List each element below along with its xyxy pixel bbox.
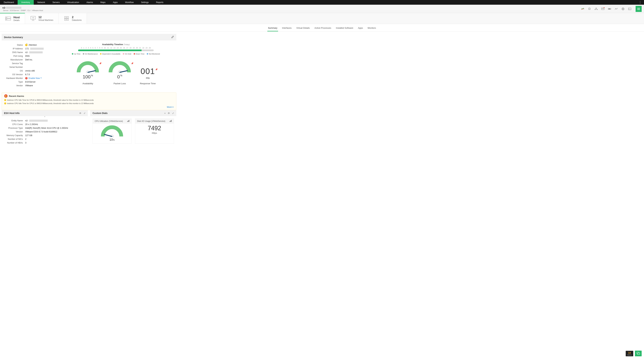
svg-text:HDD: HDD — [65, 19, 68, 20]
breadcrumb-bar: n2- ServerESXServerSNMPCLIVMware-Host — [0, 5, 644, 13]
refresh-icon[interactable]: ⟳ — [80, 112, 81, 114]
timeline-bar — [78, 49, 154, 51]
host-tab-datastores[interactable]: SSDHDD 2 Datastores — [58, 13, 87, 24]
summary-row: VendorVMware — [2, 84, 50, 87]
scroll-up-icon[interactable]: ▲ — [44, 116, 46, 117]
nav-item-reports[interactable]: Reports — [152, 0, 167, 5]
svg-rect-1 — [595, 9, 596, 10]
link-icon[interactable] — [608, 7, 612, 11]
sub-tab-installed-software[interactable]: Installed Software — [335, 26, 354, 31]
esx-row: VersionVMware ESXi 6.7.0 build-8169922 — [2, 130, 88, 134]
error-icon — [25, 77, 28, 79]
vm-icon: VM — [30, 16, 36, 21]
nav-item-dashboard[interactable]: Dashboard — [0, 0, 18, 5]
timeline-hours: 0123456789101112131415161718192021222324 — [81, 47, 151, 49]
disk-dial-card: Disk I/O Usage (VIWebService) 7492 KBps — [135, 118, 174, 144]
esx-row: Memory Capacity127 GB — [2, 134, 88, 137]
topology-icon[interactable] — [594, 7, 598, 11]
hour-tick: 7 — [97, 47, 98, 49]
attention-icon — [25, 44, 28, 46]
nav-item-servers[interactable]: Servers — [49, 0, 63, 5]
nav-item-apps[interactable]: Apps — [109, 0, 122, 5]
hour-tick: 12 — [110, 47, 112, 49]
hour-tick: 0 — [81, 47, 82, 49]
sub-tab-apps[interactable]: Apps — [357, 26, 364, 31]
legend-item: On Maintenance — [83, 53, 98, 55]
more-link[interactable]: More>> — [167, 106, 174, 108]
hamburger-button[interactable] — [636, 6, 642, 12]
summary-row: Poll UsingDNS — [2, 54, 50, 58]
more-menu-icon[interactable]: ⋮ — [636, 0, 644, 4]
timeline-legend: Up TimeOn MaintenanceDependent Unavailab… — [72, 53, 160, 55]
svg-rect-2 — [597, 9, 598, 10]
panel-title: Recent Alarms — [9, 95, 24, 97]
trend-icon[interactable] — [614, 7, 618, 11]
nav-item-alarms[interactable]: Alarms — [83, 0, 97, 5]
summary-row: OSvmnix-x86 — [2, 69, 50, 73]
svg-point-12 — [7, 17, 7, 18]
svg-point-13 — [6, 19, 6, 20]
alarm-row: testmon CPU Idle Time for CPU1 is 99819 … — [4, 102, 174, 104]
svg-point-11 — [6, 17, 6, 18]
hour-tick: 23 — [146, 47, 148, 49]
globe-icon[interactable] — [621, 7, 625, 11]
edit-icon[interactable] — [171, 35, 174, 39]
expand-icon[interactable]: ⤢ — [84, 112, 86, 114]
top-nav: DashboardInventoryNetworkServersVirtuali… — [0, 0, 644, 5]
rack-icon — [5, 16, 11, 21]
pin-icon[interactable]: 📌 — [131, 62, 134, 65]
device-tag: SNMP — [20, 9, 27, 11]
panel-title: ESX Host Info — [4, 112, 20, 114]
mail-icon[interactable] — [601, 7, 605, 11]
hour-tick: 21 — [139, 47, 141, 49]
esx-row: Number of NICs2 — [2, 137, 88, 141]
bar-chart-icon[interactable] — [127, 120, 130, 122]
hour-tick: 24 — [149, 47, 151, 49]
summary-row: IP Address172. — [2, 47, 50, 50]
hour-tick: 16 — [123, 47, 125, 49]
hour-tick: 22 — [142, 47, 144, 49]
sub-tab-active-processes[interactable]: Active Processes — [314, 26, 332, 31]
hour-tick: 13 — [114, 47, 115, 49]
device-summary-panel: Device Summary ▲ StatusAttentionIP Addre… — [2, 34, 176, 90]
ssd-icon: SSDHDD — [64, 16, 70, 21]
panel-title: Device Summary — [4, 36, 23, 39]
enable-link[interactable]: Enable Now ? — [28, 77, 42, 79]
hour-tick: 15 — [120, 47, 122, 49]
esx-row: Entity Namen2- — [2, 119, 88, 122]
bar-chart-icon[interactable] — [170, 120, 172, 122]
hour-tick: 3 — [88, 47, 89, 49]
sub-tab-monitors[interactable]: Monitors — [367, 26, 377, 31]
terminal-icon[interactable] — [628, 7, 632, 11]
hour-tick: 14 — [117, 47, 118, 49]
refresh-icon[interactable]: ⟳ — [168, 112, 170, 114]
summary-row: ManufacturerDell Inc. — [2, 58, 50, 62]
hour-tick: 18 — [130, 47, 131, 49]
pin-icon[interactable]: 📌 — [99, 62, 102, 65]
nav-item-network[interactable]: Network — [34, 0, 49, 5]
nav-item-settings[interactable]: Settings — [137, 0, 152, 5]
host-tab-virtual-machines[interactable]: VM 12 Virtual Machines — [25, 13, 58, 24]
host-tab-details[interactable]: Host Details — [0, 13, 25, 24]
sub-tab-interfaces[interactable]: Interfaces — [282, 26, 292, 31]
dial-title: Disk I/O Usage (VIWebService) — [137, 120, 166, 122]
device-name: n2- — [2, 6, 44, 9]
add-icon[interactable]: + — [164, 112, 166, 114]
expand-icon[interactable]: ⤢ — [172, 112, 174, 114]
nav-item-inventory[interactable]: Inventory — [18, 0, 34, 5]
hour-tick: 1 — [83, 47, 84, 49]
summary-row: Hardware MonitorEnable Now ? — [2, 76, 50, 80]
device-tag: CLI — [27, 9, 31, 11]
pin-icon[interactable]: 📌 — [155, 68, 158, 71]
sub-tab-summary[interactable]: Summary — [267, 26, 278, 31]
esx-row: Number of HBAs3 — [2, 141, 88, 145]
svg-text:SSD: SSD — [65, 17, 68, 18]
device-tag: Server — [2, 9, 9, 11]
chart-icon[interactable] — [581, 7, 584, 11]
nav-item-workflow[interactable]: Workflow — [122, 0, 137, 5]
device-tags: ServerESXServerSNMPCLIVMware-Host — [2, 9, 44, 11]
sub-tab-virtual-details[interactable]: Virtual Details — [296, 26, 310, 31]
bell-icon[interactable] — [588, 7, 591, 11]
nav-item-virtualization[interactable]: Virtualization — [64, 0, 83, 5]
nav-item-maps[interactable]: Maps — [97, 0, 109, 5]
